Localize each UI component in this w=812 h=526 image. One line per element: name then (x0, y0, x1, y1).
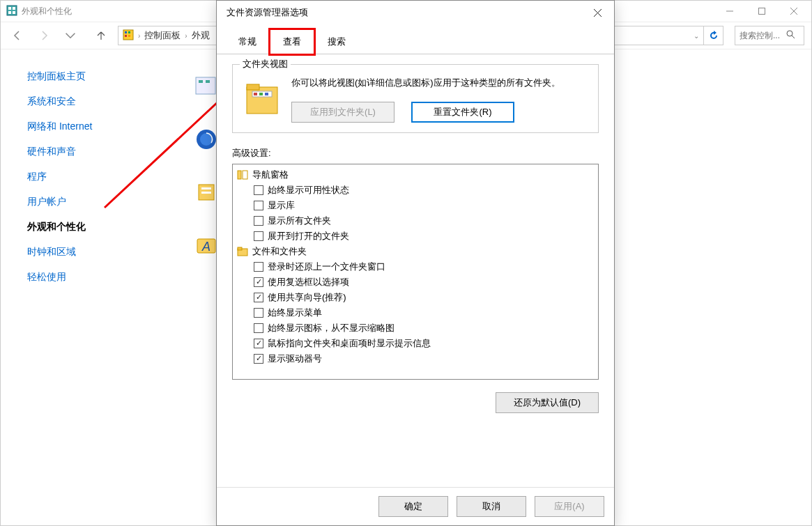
svg-rect-1 (8, 7, 11, 10)
tree-item[interactable]: 使用复选框以选择项 (234, 274, 597, 290)
sidebar-item-system[interactable]: 系统和安全 (27, 95, 182, 108)
checkbox[interactable] (254, 339, 263, 348)
svg-line-15 (792, 36, 795, 38)
svg-text:A: A (201, 240, 210, 254)
restore-defaults-button[interactable]: 还原为默认值(D) (496, 392, 599, 413)
tree-item-label: 使用共享向导(推荐) (268, 291, 346, 304)
advanced-settings-tree[interactable]: 导航窗格 始终显示可用性状态 显示库 显示所有文件夹 展开到打开的文件夹 文件和… (232, 164, 599, 380)
category-icon[interactable] (194, 180, 218, 204)
window-title: 外观和个性化 (22, 6, 72, 17)
tree-item[interactable]: 登录时还原上一个文件夹窗口 (234, 259, 597, 274)
svg-rect-34 (259, 93, 263, 95)
tree-item-label: 显示库 (268, 199, 295, 212)
sidebar-item-programs[interactable]: 程序 (27, 171, 182, 183)
search-box[interactable] (735, 26, 804, 45)
svg-rect-11 (128, 31, 130, 33)
checkbox[interactable] (254, 185, 263, 195)
chevron-down-icon[interactable]: ⌄ (694, 32, 699, 40)
dialog-title: 文件资源管理器选项 (227, 6, 308, 19)
checkbox[interactable] (254, 293, 263, 302)
refresh-button[interactable] (704, 26, 723, 45)
tree-item-label: 展开到打开的文件夹 (268, 230, 349, 242)
checkbox[interactable] (254, 262, 263, 272)
sidebar-item-clock[interactable]: 时钟和区域 (27, 246, 182, 258)
tree-item-label: 鼠标指向文件夹和桌面项时显示提示信息 (268, 337, 431, 350)
category-icon[interactable] (194, 127, 218, 151)
tree-group-label: 导航窗格 (252, 169, 289, 181)
sidebar-item-appearance[interactable]: 外观和个性化 (27, 221, 182, 233)
back-button[interactable] (8, 26, 27, 45)
svg-rect-3 (8, 11, 11, 14)
search-icon[interactable] (786, 29, 795, 42)
tree-item-label: 始终显示图标，从不显示缩略图 (268, 322, 394, 334)
tab-general[interactable]: 常规 (225, 29, 270, 54)
tab-view[interactable]: 查看 (270, 29, 314, 54)
sidebar-item-network[interactable]: 网络和 Internet (27, 121, 182, 133)
apply-button[interactable]: 应用(A) (535, 496, 604, 517)
svg-rect-18 (206, 80, 210, 83)
checkbox[interactable] (254, 308, 263, 318)
nav-pane-icon (237, 169, 248, 180)
svg-rect-10 (125, 31, 127, 33)
ok-button[interactable]: 确定 (378, 496, 448, 517)
dialog-tabs: 常规 查看 搜索 (217, 24, 614, 54)
tree-item-label: 始终显示菜单 (268, 307, 322, 319)
recent-dropdown[interactable] (61, 26, 80, 45)
tree-item[interactable]: 始终显示可用性状态 (234, 183, 597, 198)
chevron-right-icon: › (185, 32, 187, 40)
checkbox[interactable] (254, 231, 263, 241)
checkbox[interactable] (254, 201, 263, 210)
minimize-button[interactable] (714, 1, 746, 21)
sidebar-item-users[interactable]: 用户帐户 (27, 196, 182, 208)
search-input[interactable] (740, 31, 781, 40)
dialog-close-button[interactable] (582, 2, 613, 23)
tree-item[interactable]: 鼠标指向文件夹和桌面项时显示提示信息 (234, 336, 597, 351)
advanced-settings-label: 高级设置: (232, 147, 599, 160)
chevron-right-icon: › (138, 32, 140, 40)
svg-point-14 (787, 31, 792, 36)
up-button[interactable] (91, 26, 111, 45)
close-button[interactable] (778, 1, 810, 21)
checkbox[interactable] (254, 277, 263, 287)
svg-rect-37 (243, 171, 247, 179)
svg-rect-4 (13, 11, 15, 14)
breadcrumb-item[interactable]: 外观 (192, 29, 210, 42)
content-area: A (194, 75, 218, 257)
apply-to-folders-button[interactable]: 应用到文件夹(L) (291, 102, 394, 123)
tree-group-label: 文件和文件夹 (252, 245, 307, 258)
breadcrumb-item[interactable]: 控制面板 (144, 29, 181, 42)
checkbox[interactable] (254, 354, 263, 364)
tree-item[interactable]: 显示库 (234, 198, 597, 213)
app-icon (6, 5, 17, 18)
svg-rect-2 (13, 7, 15, 10)
breadcrumb-icon (123, 29, 134, 42)
cancel-button[interactable]: 取消 (457, 496, 526, 517)
sidebar-item-home[interactable]: 控制面板主页 (27, 70, 182, 83)
tree-item[interactable]: 始终显示图标，从不显示缩略图 (234, 320, 597, 336)
dialog-titlebar: 文件资源管理器选项 (217, 1, 614, 24)
svg-rect-13 (128, 35, 130, 37)
svg-rect-33 (254, 93, 257, 95)
category-icon[interactable] (194, 75, 218, 98)
checkbox[interactable] (254, 216, 263, 226)
tree-item[interactable]: 始终显示菜单 (234, 305, 597, 320)
tree-item[interactable]: 显示所有文件夹 (234, 213, 597, 229)
sidebar: 控制面板主页 系统和安全 网络和 Internet 硬件和声音 程序 用户帐户 … (1, 51, 182, 525)
forward-button[interactable] (34, 26, 54, 45)
tree-item-label: 始终显示可用性状态 (268, 184, 349, 196)
svg-rect-36 (238, 171, 241, 179)
tree-item[interactable]: 使用共享向导(推荐) (234, 290, 597, 305)
category-icon[interactable]: A (194, 233, 218, 257)
tree-item[interactable]: 展开到打开的文件夹 (234, 229, 597, 244)
tree-item[interactable]: 显示驱动器号 (234, 351, 597, 366)
sidebar-item-hardware[interactable]: 硬件和声音 (27, 146, 182, 158)
svg-rect-39 (238, 247, 242, 250)
group-description: 你可以将此视图(如详细信息或图标)应用于这种类型的所有文件夹。 (291, 76, 588, 91)
checkbox[interactable] (254, 323, 263, 333)
folder-options-dialog: 文件资源管理器选项 常规 查看 搜索 文件夹视图 你可以将此视图(如详细信息或图… (216, 0, 615, 526)
reset-folders-button[interactable]: 重置文件夹(R) (411, 102, 514, 123)
tab-search[interactable]: 搜索 (314, 29, 359, 54)
maximize-button[interactable] (746, 1, 778, 21)
sidebar-item-ease[interactable]: 轻松使用 (27, 271, 182, 284)
svg-rect-35 (265, 93, 268, 95)
